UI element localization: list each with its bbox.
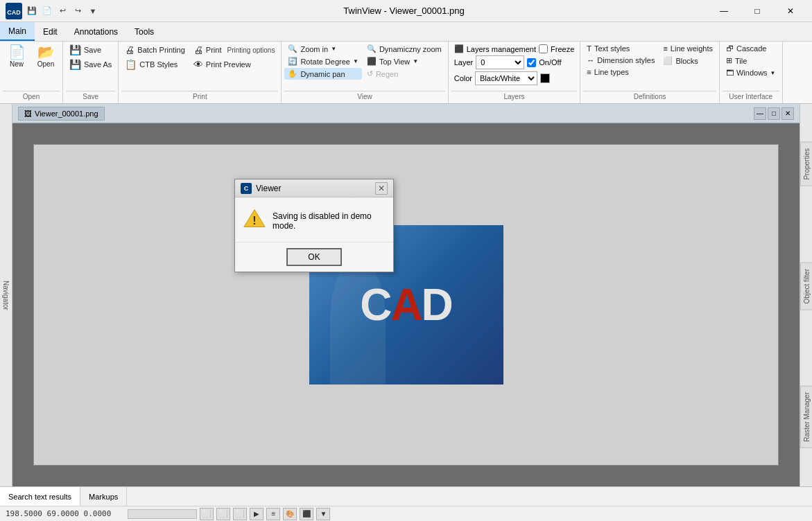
dialog-logo: C [241,183,252,194]
menu-edit[interactable]: Edit [35,22,66,41]
tile-btn[interactable]: ⊞ Tile [723,55,779,67]
layers-mgmt-icon: ⬛ [454,44,464,53]
windows-btn[interactable]: 🗔 Windows ▼ [723,67,779,78]
dialog-overlay: C Viewer ✕ ! [12,123,800,486]
layer-row: Layer 0 On/Off [454,55,575,69]
status-tool-4[interactable]: ▶ [250,508,264,520]
preview-label: Print Preview [206,60,251,69]
dialog-ok-btn[interactable]: OK [286,248,342,266]
line-weights-label: Line weights [671,44,713,53]
text-styles-icon: T [587,44,591,53]
save-label: Save [84,46,101,54]
color-select[interactable]: Black/White [475,71,537,85]
zoom-dropdown[interactable]: ▼ [331,46,336,52]
drawing-canvas[interactable]: CAD C Viewer [12,123,800,486]
document-tab-bar: 🖼 Viewer_00001.png — □ ✕ [12,104,800,123]
status-tool-3[interactable]: ⬜ [233,508,247,520]
status-tool-6[interactable]: 🎨 [283,508,297,520]
doc-tab-item[interactable]: 🖼 Viewer_00001.png [18,107,105,121]
line-weights-btn[interactable]: ≡ Line weights [659,43,716,54]
new-btn[interactable]: 📄 New [3,43,31,70]
print-preview-btn[interactable]: 👁 Print Preview [190,58,279,71]
windows-dropdown[interactable]: ▼ [770,70,776,76]
rotate-btn[interactable]: 🔄 Rotate Degree ▼ [284,55,361,67]
dynamic-zoom-btn[interactable]: 🔍 Dynamiczny zoom [363,43,445,55]
menu-annotations[interactable]: Annotations [66,22,126,41]
dim-styles-btn[interactable]: ↔ Dimension styles [583,55,658,66]
save-col: 💾 Save 💾 Save As [66,43,115,71]
color-label: Color [454,74,472,82]
ui-group-label: User Interface [723,91,779,102]
blocks-btn[interactable]: ⬜ Blocks [659,55,716,67]
warning-icon: ! [243,209,266,228]
status-tool-5[interactable]: ≡ [266,508,280,520]
top-view-label: Top View [379,58,410,66]
save-quick-btn[interactable]: 💾 [25,4,39,18]
maximize-btn[interactable]: □ [741,0,773,22]
text-styles-label: Text styles [594,44,630,53]
dialog-close-btn[interactable]: ✕ [375,182,388,195]
top-view-btn[interactable]: ⬛ Top View ▼ [363,55,445,67]
on-off-checkbox[interactable] [527,58,536,67]
text-styles-btn[interactable]: T Text styles [583,43,658,54]
toolbar-dropdown-btn[interactable]: ▼ [86,4,100,18]
svg-text:!: ! [252,215,256,227]
doc-maximize-btn[interactable]: □ [768,107,780,120]
titlebar-left: CAD 💾 📄 ↩ ↪ ▼ [6,3,100,19]
printing-options-label: Printing options [227,46,275,54]
redo-btn[interactable]: ↪ [71,4,85,18]
menubar: Main Edit Annotations Tools [0,22,812,42]
close-btn[interactable]: ✕ [775,0,806,22]
ribbon-group-print: 🖨 Batch Printing 📋 CTB Styles 🖨 Print Pr… [119,42,282,103]
regen-btn[interactable]: ↺ Regen [363,68,445,80]
tab-markups[interactable]: Markups [80,487,127,506]
batch-printing-btn[interactable]: 🖨 Batch Printing [121,43,188,57]
tab-search-text-results[interactable]: Search text results [0,487,80,506]
view-col2: 🔍 Dynamiczny zoom ⬛ Top View ▼ ↺ Regen [363,43,445,80]
undo-btn[interactable]: ↩ [55,4,69,18]
open-group-label: Open [3,91,60,102]
menu-main[interactable]: Main [0,22,35,41]
cascade-btn[interactable]: 🗗 Cascade [723,43,779,54]
viewer-dialog: C Viewer ✕ ! [234,179,394,272]
dialog-titlebar-left: C Viewer [241,183,281,194]
open-btn[interactable]: 📂 Open [32,43,60,70]
print-btn[interactable]: 🖨 Print Printing options [190,43,279,57]
status-tool-2[interactable]: ⬜ [216,508,230,520]
top-view-dropdown[interactable]: ▼ [413,58,418,64]
ribbon-group-view: 🔍 Zoom in ▼ 🔄 Rotate Degree ▼ ✋ Dynamic … [282,42,448,103]
doc-minimize-btn[interactable]: — [754,107,766,120]
line-weights-icon: ≡ [663,44,667,53]
regen-icon: ↺ [367,69,373,78]
pan-label: Dynamic pan [300,70,345,78]
freeze-checkbox[interactable] [539,44,548,53]
right-panel-properties[interactable]: Properties [800,142,813,186]
right-panel-object-filter[interactable]: Object filter [800,263,813,310]
save2-quick-btn[interactable]: 📄 [40,4,54,18]
save-btn[interactable]: 💾 Save [66,43,115,57]
layer-select[interactable]: 0 [476,55,524,69]
print-label: Print [206,46,222,54]
line-types-btn[interactable]: ≡ Line types [583,67,658,78]
rotate-dropdown[interactable]: ▼ [353,58,359,64]
menu-tools[interactable]: Tools [126,22,162,41]
ctb-styles-btn[interactable]: 📋 CTB Styles [121,58,188,71]
tile-label: Tile [735,57,747,65]
regen-label: Regen [376,70,398,78]
status-tool-8[interactable]: ▼ [316,508,330,520]
statusbar: 198.5000 69.0000 0.0000 ⬜ ⬜ ⬜ ▶ ≡ 🎨 ⬛ ▼ [0,506,812,521]
left-panel-navigator[interactable]: Navigator [0,104,12,486]
ribbon-save-content: 💾 Save 💾 Save As [66,43,115,89]
status-tool-7[interactable]: ⬛ [300,508,313,520]
zoom-in-btn[interactable]: 🔍 Zoom in ▼ [284,43,361,55]
new-icon: 📄 [8,45,26,59]
dim-styles-icon: ↔ [587,56,594,64]
ribbon-view-content: 🔍 Zoom in ▼ 🔄 Rotate Degree ▼ ✋ Dynamic … [284,43,444,89]
minimize-btn[interactable]: — [708,0,740,22]
dynamic-pan-btn[interactable]: ✋ Dynamic pan [284,68,361,80]
save-as-btn[interactable]: 💾 Save As [66,58,115,71]
save-icon: 💾 [69,44,81,55]
doc-close-btn[interactable]: ✕ [781,107,794,120]
right-panel-raster-manager[interactable]: Raster Manager [800,386,813,448]
status-tool-1[interactable]: ⬜ [200,508,214,520]
